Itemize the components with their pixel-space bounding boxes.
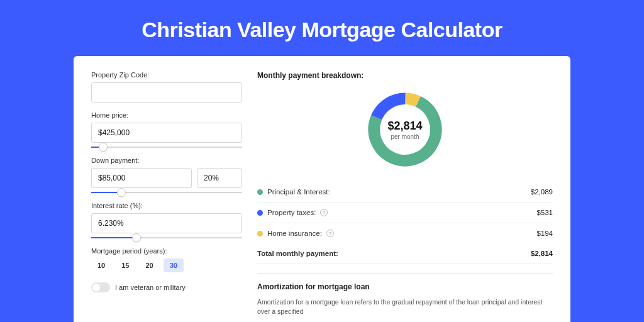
slider-thumb[interactable] <box>99 143 108 152</box>
donut-center: $2,814 per month <box>364 89 446 170</box>
page-header: Christian Valley Mortgage Calculator <box>0 0 644 56</box>
legend-row: Principal & Interest:$2,089 <box>257 182 553 203</box>
amortization-body: Amortization for a mortgage loan refers … <box>257 297 553 316</box>
down-payment-label: Down payment: <box>91 157 242 164</box>
legend-row: Property taxes:?$531 <box>257 203 553 223</box>
down-payment-input[interactable] <box>91 168 192 188</box>
down-payment-field: Down payment: <box>91 157 242 193</box>
total-row: Total monthly payment: $2,814 <box>257 243 553 264</box>
amortization-title: Amortization for mortgage loan <box>257 282 553 291</box>
period-option-10[interactable]: 10 <box>91 258 111 272</box>
legend-label: Home insurance: <box>267 230 322 237</box>
zip-label: Property Zip Code: <box>91 71 242 79</box>
page-title: Christian Valley Mortgage Calculator <box>0 18 644 42</box>
green-dot-icon <box>257 189 263 195</box>
donut-total-value: $2,814 <box>387 119 422 133</box>
legend-row: Home insurance:?$194 <box>257 223 553 243</box>
info-icon[interactable]: ? <box>320 209 328 216</box>
home-price-input[interactable] <box>91 123 242 143</box>
veteran-toggle-row: I am veteran or military <box>91 282 242 292</box>
period-option-15[interactable]: 15 <box>115 258 135 272</box>
home-price-slider[interactable] <box>91 147 242 148</box>
interest-rate-input[interactable] <box>91 213 242 233</box>
blue-dot-icon <box>257 210 263 216</box>
donut-sub-label: per month <box>391 133 419 140</box>
slider-thumb[interactable] <box>117 188 126 197</box>
period-option-30[interactable]: 30 <box>164 258 184 272</box>
mortgage-period-field: Mortgage period (years): 10152030 <box>91 247 242 272</box>
interest-rate-label: Interest rate (%): <box>91 202 242 209</box>
down-payment-slider[interactable] <box>91 192 242 193</box>
breakdown-title: Monthly payment breakdown: <box>257 71 553 80</box>
mortgage-period-label: Mortgage period (years): <box>91 247 242 255</box>
donut-chart: $2,814 per month <box>364 89 446 170</box>
legend-value: $531 <box>536 209 553 216</box>
slider-fill <box>91 237 136 238</box>
legend-value: $2,089 <box>531 188 553 196</box>
down-payment-pct-input[interactable] <box>197 168 242 188</box>
breakdown-panel: Monthly payment breakdown: $2,814 per mo… <box>257 71 553 316</box>
legend-label: Principal & Interest: <box>267 188 330 196</box>
home-price-label: Home price: <box>91 111 242 119</box>
inputs-panel: Property Zip Code: Home price: Down paym… <box>91 71 242 316</box>
donut-chart-wrap: $2,814 per month <box>257 89 553 170</box>
veteran-toggle[interactable] <box>91 282 110 292</box>
yellow-dot-icon <box>257 231 263 236</box>
interest-rate-field: Interest rate (%): <box>91 202 242 238</box>
legend-list: Principal & Interest:$2,089Property taxe… <box>257 182 553 243</box>
legend-value: $194 <box>536 230 553 237</box>
mortgage-period-options: 10152030 <box>91 258 242 272</box>
amortization-section: Amortization for mortgage loan Amortizat… <box>257 273 553 316</box>
period-option-20[interactable]: 20 <box>140 258 160 272</box>
calculator-card: Property Zip Code: Home price: Down paym… <box>74 56 570 322</box>
info-icon[interactable]: ? <box>326 230 334 237</box>
legend-label: Property taxes: <box>267 209 316 216</box>
zip-input[interactable] <box>91 82 242 103</box>
zip-field: Property Zip Code: <box>91 71 242 103</box>
veteran-toggle-label: I am veteran or military <box>115 284 186 291</box>
total-value: $2,814 <box>531 250 553 257</box>
total-label: Total monthly payment: <box>257 250 338 257</box>
home-price-field: Home price: <box>91 111 242 148</box>
interest-rate-slider[interactable] <box>91 237 242 238</box>
slider-thumb[interactable] <box>132 233 141 242</box>
